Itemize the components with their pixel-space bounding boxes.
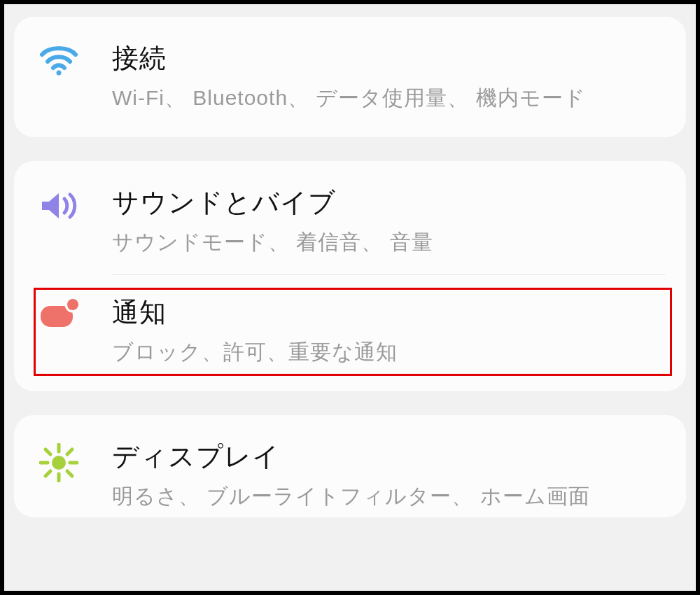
svg-line-11	[46, 471, 50, 476]
settings-item-title: 接続	[112, 42, 665, 76]
svg-line-9	[46, 449, 50, 454]
settings-group-sound-notifications: サウンドとバイブ サウンドモード、 着信音、 音量 通知 ブロック、許可、重要な…	[14, 161, 686, 391]
svg-point-0	[57, 71, 62, 76]
settings-item-subtitle: Wi-Fi、 Bluetooth、 データ使用量、 機内モード	[112, 84, 665, 113]
settings-item-sound[interactable]: サウンドとバイブ サウンドモード、 着信音、 音量	[14, 161, 686, 274]
speaker-icon	[35, 186, 112, 223]
settings-item-connections[interactable]: 接続 Wi-Fi、 Bluetooth、 データ使用量、 機内モード	[14, 17, 686, 137]
settings-group-connections: 接続 Wi-Fi、 Bluetooth、 データ使用量、 機内モード	[14, 17, 686, 137]
brightness-icon	[35, 440, 112, 482]
settings-item-notifications[interactable]: 通知 ブロック、許可、重要な通知	[14, 275, 686, 391]
settings-item-title: ディスプレイ	[112, 440, 665, 474]
wifi-icon	[35, 42, 112, 76]
notification-icon	[35, 296, 112, 328]
settings-item-display[interactable]: ディスプレイ 明るさ、 ブルーライトフィルター、 ホーム画面	[14, 415, 686, 517]
settings-item-text: 通知 ブロック、許可、重要な通知	[112, 296, 665, 366]
settings-item-text: サウンドとバイブ サウンドモード、 着信音、 音量	[112, 186, 665, 256]
svg-point-4	[52, 456, 66, 470]
svg-point-2	[67, 299, 78, 310]
settings-group-display: ディスプレイ 明るさ、 ブルーライトフィルター、 ホーム画面	[14, 415, 686, 517]
settings-list: 接続 Wi-Fi、 Bluetooth、 データ使用量、 機内モード サウンドと…	[4, 4, 696, 517]
svg-line-12	[67, 449, 72, 454]
settings-item-text: 接続 Wi-Fi、 Bluetooth、 データ使用量、 機内モード	[112, 42, 665, 112]
settings-item-title: サウンドとバイブ	[112, 186, 665, 220]
svg-line-10	[67, 471, 72, 476]
settings-item-subtitle: サウンドモード、 着信音、 音量	[112, 228, 665, 257]
settings-item-title: 通知	[112, 296, 665, 330]
settings-item-subtitle: 明るさ、 ブルーライトフィルター、 ホーム画面	[112, 482, 665, 511]
settings-item-text: ディスプレイ 明るさ、 ブルーライトフィルター、 ホーム画面	[112, 440, 665, 510]
settings-item-subtitle: ブロック、許可、重要な通知	[112, 338, 665, 367]
